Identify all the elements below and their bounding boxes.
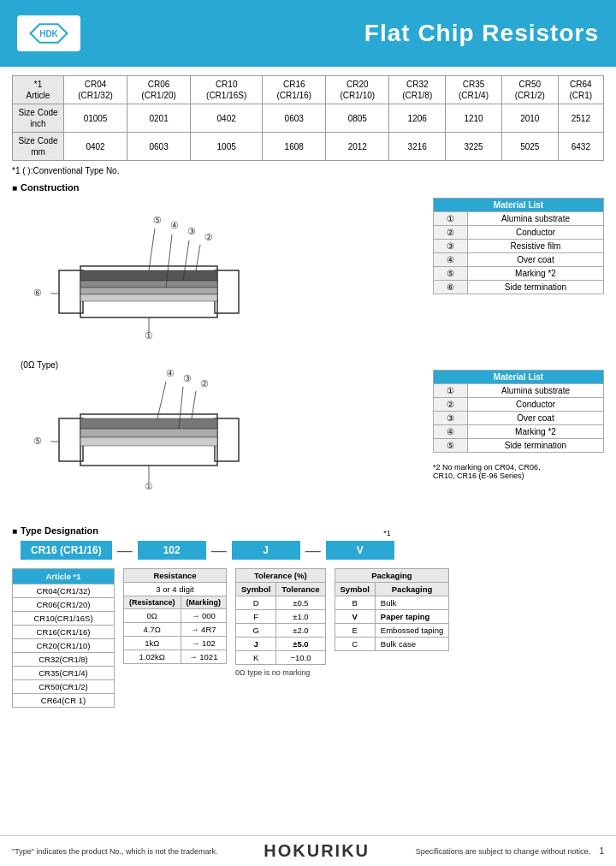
arrow-icon: — (305, 542, 321, 560)
table-cell: Conductor (468, 226, 604, 240)
material-list-1: Material List ① Alumina substrate ② Cond… (433, 198, 604, 294)
svg-text:②: ② (204, 232, 213, 242)
footer-right-text: Specifications are subject to change wit… (416, 846, 604, 856)
material-list-2: Material List ① Alumina substrate ② Cond… (433, 370, 604, 453)
list-item: CR20(CR1/10) (13, 639, 115, 653)
table-cell: Marking *2 (468, 425, 604, 439)
type-designation-section: Type Designation *1 CR16 (CR1/16) — 102 … (12, 525, 604, 708)
table-cell: ±5.0 (276, 638, 325, 651)
table-cell: Over coat (468, 253, 604, 267)
table-cell: 2010 (501, 104, 558, 133)
table-cell: 0402 (64, 133, 127, 161)
table-cell: 6432 (558, 133, 603, 161)
list-item: CR10(CR1/16S) (13, 612, 115, 626)
type-flow-resistance: 102 (138, 541, 206, 560)
table-cell: → 102 (181, 637, 227, 650)
svg-rect-8 (80, 294, 217, 301)
list-item: CR35(CR1/4) (13, 667, 115, 680)
table-cell: Bulk (375, 596, 448, 610)
table-cell: → 1021 (181, 650, 227, 664)
table-cell: 0805 (326, 104, 389, 133)
tables-row: Article *1 CR04(CR1/32) CR06(CR1/20) CR1… (12, 568, 604, 708)
type-designation-header: Type Designation (12, 525, 604, 536)
table-cell: ±1.0 (276, 610, 325, 624)
table-cell: V (335, 610, 375, 624)
type-flow-packaging: V (326, 541, 394, 560)
tolerance-section: Tolerance (%) Symbol Tolerance D ±0.5 F … (235, 568, 326, 677)
table-cell: CR32(CR1/8) (389, 76, 446, 104)
table-cell: 0402 (191, 104, 263, 133)
table-cell: ⑤ (434, 267, 468, 281)
table-cell: 1005 (191, 133, 263, 161)
table-cell: ① (434, 384, 468, 398)
footer-brand: HOKURIKU (264, 841, 370, 861)
tolerance-table: Tolerance (%) Symbol Tolerance D ±0.5 F … (235, 568, 326, 665)
resistance-table: Resistance 3 or 4 digit (Resistance) (Ma… (123, 568, 227, 664)
table-cell: ±0.5 (276, 596, 325, 610)
table-cell: 1206 (389, 104, 446, 133)
table-cell: ±2.0 (276, 624, 325, 638)
svg-rect-26 (80, 437, 217, 446)
list-item: CR64(CR 1) (13, 694, 115, 708)
table-cell: 1608 (263, 133, 326, 161)
table-cell: 0603 (263, 104, 326, 133)
table-cell: CR20(CR1/10) (326, 76, 389, 104)
symbol-header: Symbol (236, 583, 276, 596)
table-cell: Marking *2 (468, 267, 604, 281)
size-code-inch-header: Size Codeinch (13, 104, 64, 133)
table-cell: B (335, 596, 375, 610)
table-cell: K (236, 651, 276, 665)
table-cell: CR04(CR1/32) (64, 76, 127, 104)
list-item: CR50(CR1/2) (13, 680, 115, 694)
table-cell: Side termination (468, 439, 604, 453)
arrow-icon: — (211, 542, 227, 560)
page-header: HDK Flat Chip Resistors (0, 0, 616, 67)
table-cell: 3216 (389, 133, 446, 161)
table-cell: 0603 (127, 133, 191, 161)
table-cell: ④ (434, 253, 468, 267)
table-cell: Over coat (468, 412, 604, 425)
table-cell: ③ (434, 240, 468, 253)
chip-diagram-standard: ① ② ③ ④ ⑤ ⑥ (12, 198, 269, 369)
svg-rect-22 (59, 418, 83, 461)
table-cell: ② (434, 398, 468, 412)
table-cell: 2012 (326, 133, 389, 161)
table-cell: ④ (434, 425, 468, 439)
list-item: CR16(CR1/16) (13, 626, 115, 639)
table-cell: 01005 (64, 104, 127, 133)
packaging-table: Packaging Symbol Packaging B Bulk V Pape… (335, 568, 450, 651)
table-cell: 3225 (446, 133, 502, 161)
svg-rect-7 (80, 288, 217, 294)
table-cell: −10.0 (276, 651, 325, 665)
list-item: CR32(CR1/8) (13, 653, 115, 667)
zero-type-note: 0Ω type is no marking (235, 668, 326, 677)
symbol-header: Symbol (335, 583, 375, 596)
svg-rect-3 (59, 270, 83, 313)
table-cell: Side termination (468, 281, 604, 294)
diagrams-col: ① ② ③ ④ ⑤ ⑥ (0Ω Type) (12, 198, 424, 517)
table-cell: 0Ω (124, 609, 181, 623)
table-cell: Alumina substrate (468, 384, 604, 398)
material-list-1-header: Material List (434, 199, 604, 212)
svg-text:④: ④ (170, 220, 179, 230)
table-cell: Embossed taping (375, 624, 448, 638)
table-cell: F (236, 610, 276, 624)
svg-text:⑤: ⑤ (153, 215, 162, 225)
table-cell: 0201 (127, 104, 191, 133)
tolerance-value-header: Tolerance (276, 583, 325, 596)
table-cell: CR10(CR1/16S) (191, 76, 263, 104)
resistance-sub-header: (Resistance) (124, 596, 181, 609)
table-cell: → 4R7 (181, 623, 227, 637)
table-cell: 1.02kΩ (124, 650, 181, 664)
table-cell: CR16(CR1/16) (263, 76, 326, 104)
table-cell: 2512 (558, 104, 603, 133)
table-cell: Alumina substrate (468, 212, 604, 226)
table-cell: Resistive film (468, 240, 604, 253)
table-cell: G (236, 624, 276, 638)
table-cell: 3 or 4 digit (124, 583, 227, 596)
table-cell: E (335, 624, 375, 638)
svg-text:③: ③ (183, 373, 192, 383)
construction-section-header: Construction (12, 182, 604, 193)
marking-sub-header: (Marking) (181, 596, 227, 609)
chip-diagram-zero-ohm: ① ② ③ ④ ⑤ (12, 363, 269, 517)
